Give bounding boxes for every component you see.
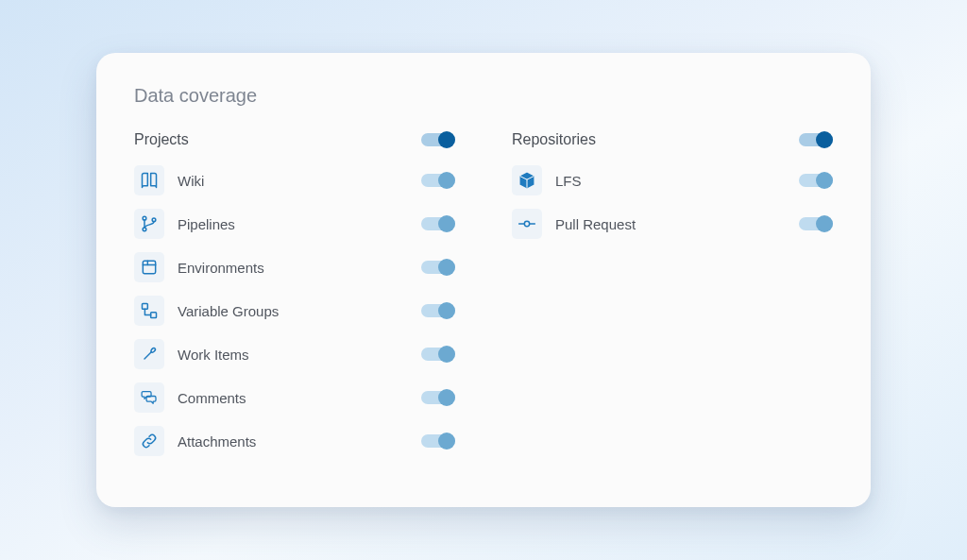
row-label-lfs: LFS (555, 173, 582, 189)
link-icon (134, 426, 164, 456)
toggle-repositories[interactable] (799, 131, 833, 148)
toggle-pipelines[interactable] (421, 215, 455, 232)
columns-wrap: Projects Wiki Pipelines (134, 131, 833, 469)
commit-icon (512, 209, 542, 239)
comments-icon (134, 382, 164, 413)
toggle-work-items[interactable] (421, 346, 455, 363)
card-title: Data coverage (134, 85, 833, 107)
svg-rect-4 (143, 304, 148, 310)
row-label-variable-groups: Variable Groups (178, 303, 279, 319)
book-icon (134, 165, 164, 195)
row-label-pipelines: Pipelines (178, 216, 235, 232)
tag-icon (134, 339, 164, 369)
section-label-repositories: Repositories (512, 131, 596, 148)
row-label-work-items: Work Items (178, 347, 249, 363)
toggle-attachments[interactable] (421, 433, 455, 450)
toggle-comments[interactable] (421, 389, 455, 406)
row-label-wiki: Wiki (178, 173, 204, 189)
toggle-projects[interactable] (421, 131, 455, 148)
tree-icon (134, 296, 164, 326)
toggle-wiki[interactable] (421, 172, 455, 189)
row-label-comments: Comments (178, 390, 246, 406)
column-repositories: Repositories LFS Pull Request (512, 131, 833, 469)
svg-point-7 (524, 221, 529, 226)
toggle-variable-groups[interactable] (421, 302, 455, 319)
cube-icon (512, 165, 542, 195)
package-icon (134, 252, 164, 282)
toggle-lfs[interactable] (799, 172, 833, 189)
branch-icon (134, 209, 164, 239)
toggle-environments[interactable] (421, 259, 455, 276)
svg-rect-3 (143, 261, 155, 273)
row-label-pull-request: Pull Request (555, 216, 636, 232)
svg-rect-5 (151, 313, 157, 318)
column-projects: Projects Wiki Pipelines (134, 131, 455, 469)
row-label-environments: Environments (178, 260, 264, 276)
section-label-projects: Projects (134, 131, 189, 148)
row-label-attachments: Attachments (178, 433, 256, 450)
data-coverage-card: Data coverage Projects Wiki (96, 53, 871, 507)
toggle-pull-request[interactable] (799, 215, 833, 232)
